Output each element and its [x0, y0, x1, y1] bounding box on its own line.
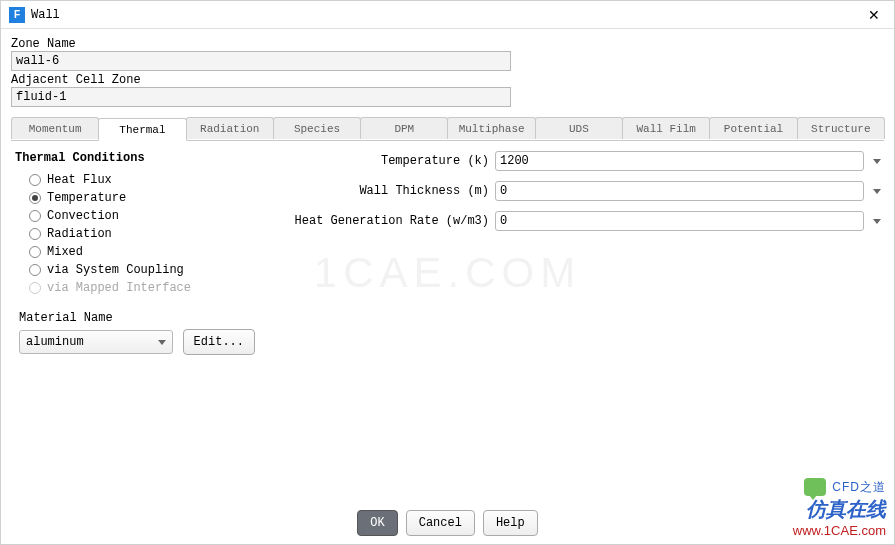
wall-thickness-label: Wall Thickness (m)	[275, 184, 495, 198]
window-title: Wall	[31, 8, 862, 22]
tab-radiation[interactable]: Radiation	[186, 117, 274, 139]
chevron-down-icon	[873, 189, 881, 194]
radio-mapped-interface: via Mapped Interface	[15, 279, 255, 297]
cancel-button[interactable]: Cancel	[406, 510, 475, 536]
radio-icon	[29, 246, 41, 258]
wall-thickness-options-button[interactable]	[870, 189, 884, 194]
dialog-footer: OK Cancel Help	[1, 510, 894, 536]
tab-species[interactable]: Species	[273, 117, 361, 139]
adjacent-cell-zone-label: Adjacent Cell Zone	[11, 73, 884, 87]
heat-gen-input[interactable]	[495, 211, 864, 231]
chevron-down-icon	[873, 219, 881, 224]
adjacent-cell-zone-input[interactable]	[11, 87, 511, 107]
title-bar: F Wall ✕	[1, 1, 894, 29]
radio-icon	[29, 210, 41, 222]
radio-icon	[29, 264, 41, 276]
help-button[interactable]: Help	[483, 510, 538, 536]
radio-label: Mixed	[47, 245, 83, 259]
radio-mixed[interactable]: Mixed	[15, 243, 255, 261]
heat-gen-options-button[interactable]	[870, 219, 884, 224]
zone-name-label: Zone Name	[11, 37, 884, 51]
ok-button[interactable]: OK	[357, 510, 397, 536]
temperature-options-button[interactable]	[870, 159, 884, 164]
thermal-conditions-heading: Thermal Conditions	[15, 151, 255, 165]
tab-wall-film[interactable]: Wall Film	[622, 117, 710, 139]
tab-potential[interactable]: Potential	[709, 117, 797, 139]
dropdown-value: aluminum	[26, 335, 84, 349]
tab-uds[interactable]: UDS	[535, 117, 623, 139]
tab-bar: Momentum Thermal Radiation Species DPM M…	[11, 117, 884, 141]
heat-gen-label: Heat Generation Rate (w/m3)	[275, 214, 495, 228]
chevron-down-icon	[158, 340, 166, 345]
chevron-down-icon	[873, 159, 881, 164]
radio-radiation[interactable]: Radiation	[15, 225, 255, 243]
temperature-input[interactable]	[495, 151, 864, 171]
tab-thermal[interactable]: Thermal	[98, 118, 186, 141]
tab-multiphase[interactable]: Multiphase	[447, 117, 535, 139]
radio-temperature[interactable]: Temperature	[15, 189, 255, 207]
temperature-label: Temperature (k)	[275, 154, 495, 168]
radio-label: Temperature	[47, 191, 126, 205]
thermal-panel: Thermal Conditions Heat Flux Temperature…	[11, 141, 884, 355]
radio-icon	[29, 174, 41, 186]
overlay-line-1: CFD之道	[832, 479, 886, 496]
material-name-label: Material Name	[19, 311, 255, 325]
radio-heat-flux[interactable]: Heat Flux	[15, 171, 255, 189]
material-edit-button[interactable]: Edit...	[183, 329, 255, 355]
radio-label: via Mapped Interface	[47, 281, 191, 295]
radio-icon	[29, 192, 41, 204]
tab-momentum[interactable]: Momentum	[11, 117, 99, 139]
radio-label: Heat Flux	[47, 173, 112, 187]
wall-thickness-input[interactable]	[495, 181, 864, 201]
close-icon[interactable]: ✕	[862, 7, 886, 23]
radio-label: via System Coupling	[47, 263, 184, 277]
tab-structure[interactable]: Structure	[797, 117, 885, 139]
dialog-content: Zone Name Adjacent Cell Zone Momentum Th…	[1, 29, 894, 355]
radio-icon	[29, 228, 41, 240]
material-name-dropdown[interactable]: aluminum	[19, 330, 173, 354]
app-icon: F	[9, 7, 25, 23]
radio-icon	[29, 282, 41, 294]
radio-label: Convection	[47, 209, 119, 223]
radio-label: Radiation	[47, 227, 112, 241]
radio-convection[interactable]: Convection	[15, 207, 255, 225]
tab-dpm[interactable]: DPM	[360, 117, 448, 139]
chat-icon	[804, 478, 826, 496]
radio-system-coupling[interactable]: via System Coupling	[15, 261, 255, 279]
zone-name-input[interactable]	[11, 51, 511, 71]
